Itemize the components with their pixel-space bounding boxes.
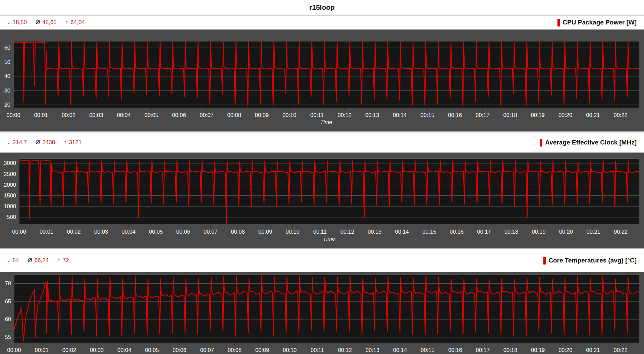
stat-avg-value: 2438: [42, 139, 55, 146]
svg-text:00:20: 00:20: [558, 347, 572, 353]
min-arrow-icon: ↓: [7, 257, 10, 264]
svg-text:60: 60: [4, 45, 10, 51]
svg-text:00:09: 00:09: [255, 347, 269, 353]
svg-text:00:13: 00:13: [365, 112, 379, 118]
svg-text:00:04: 00:04: [117, 112, 130, 118]
svg-text:00:04: 00:04: [117, 347, 131, 353]
stat-min: ↓18,50: [7, 19, 27, 26]
avg-phi-icon: Ø: [28, 257, 32, 264]
stat-avg: Ø2438: [36, 139, 55, 146]
stat-avg: Ø45,65: [36, 19, 57, 26]
svg-text:Time: Time: [323, 236, 335, 242]
svg-text:70: 70: [5, 280, 11, 286]
chart-legend-power: CPU Package Power [W]: [557, 19, 637, 26]
chart-legend-clock: Average Effective Clock [MHz]: [540, 139, 637, 146]
svg-text:00:19: 00:19: [531, 347, 545, 353]
chart-band-temp: 5560657000:0000:0100:0200:0300:0400:0500…: [0, 272, 644, 354]
stat-min-value: 18,50: [13, 19, 27, 26]
stat-max-value: 72: [63, 257, 69, 264]
legend-color-bar: [543, 257, 546, 264]
legend-color-bar: [557, 19, 560, 26]
stat-max: ↑72: [57, 257, 69, 264]
svg-text:00:01: 00:01: [34, 112, 48, 118]
min-arrow-icon: ↓: [7, 139, 10, 146]
svg-text:00:08: 00:08: [231, 229, 245, 235]
svg-text:60: 60: [5, 316, 11, 322]
svg-text:00:13: 00:13: [368, 229, 381, 235]
svg-text:00:12: 00:12: [338, 112, 352, 118]
svg-text:00:07: 00:07: [200, 347, 214, 353]
svg-text:3000: 3000: [4, 160, 16, 166]
stat-min: ↓54: [7, 257, 19, 264]
svg-text:00:03: 00:03: [89, 112, 103, 118]
svg-text:00:00: 00:00: [7, 347, 21, 353]
svg-text:00:18: 00:18: [503, 112, 517, 118]
svg-text:2000: 2000: [4, 182, 16, 188]
svg-text:00:17: 00:17: [476, 112, 489, 118]
stat-max-value: 3121: [69, 139, 82, 146]
stat-avg: Ø66,24: [28, 257, 49, 264]
legend-label: Core Temperatures (avg) [°C]: [548, 257, 637, 264]
svg-text:20: 20: [4, 102, 10, 108]
chart-canvas-power[interactable]: 203040506000:0000:0100:0200:0300:0400:05…: [0, 30, 644, 131]
svg-text:00:05: 00:05: [149, 229, 163, 235]
chart-canvas-temp[interactable]: 5560657000:0000:0100:0200:0300:0400:0500…: [0, 272, 644, 354]
svg-text:00:07: 00:07: [200, 112, 213, 118]
svg-text:00:22: 00:22: [614, 229, 628, 235]
max-arrow-icon: ↑: [65, 19, 68, 26]
chart-header-power: ↓18,50 Ø45,65 ↑64,04 CPU Package Power […: [0, 15, 644, 30]
stat-min-value: 214,7: [13, 139, 27, 146]
svg-text:00:17: 00:17: [477, 229, 491, 235]
svg-text:00:16: 00:16: [448, 347, 462, 353]
svg-text:00:19: 00:19: [532, 229, 545, 235]
chart-header-temp: ↓54 Ø66,24 ↑72 Core Temperatures (avg) […: [0, 249, 644, 272]
chart-stats-clock: ↓214,7 Ø2438 ↑3121: [7, 139, 82, 146]
chart-stats-temp: ↓54 Ø66,24 ↑72: [7, 257, 69, 264]
avg-phi-icon: Ø: [36, 19, 40, 26]
svg-text:00:22: 00:22: [614, 347, 628, 353]
svg-text:00:11: 00:11: [310, 112, 324, 118]
svg-text:00:16: 00:16: [450, 229, 464, 235]
legend-color-bar: [540, 139, 542, 146]
svg-text:00:00: 00:00: [12, 229, 26, 235]
svg-text:00:08: 00:08: [227, 112, 241, 118]
svg-text:55: 55: [5, 334, 11, 340]
stat-max: ↑3121: [64, 139, 82, 146]
chart-canvas-clock[interactable]: 5001000150020002500300000:0000:0100:0200…: [0, 153, 644, 248]
svg-text:00:13: 00:13: [366, 347, 379, 353]
svg-text:00:01: 00:01: [40, 229, 53, 235]
svg-text:00:00: 00:00: [6, 112, 20, 118]
svg-text:2500: 2500: [4, 171, 16, 177]
svg-text:00:02: 00:02: [67, 229, 80, 235]
legend-label: Average Effective Clock [MHz]: [545, 139, 637, 146]
stat-max: ↑64,04: [65, 19, 85, 26]
legend-label: CPU Package Power [W]: [562, 19, 637, 26]
svg-text:00:09: 00:09: [258, 229, 272, 235]
svg-text:00:01: 00:01: [35, 347, 49, 353]
svg-text:00:06: 00:06: [176, 229, 190, 235]
chart-band-power: 203040506000:0000:0100:0200:0300:0400:05…: [0, 30, 644, 132]
stat-max-value: 64,04: [70, 19, 85, 26]
chart-stats-power: ↓18,50 Ø45,65 ↑64,04: [7, 19, 85, 26]
stat-avg-value: 45,65: [42, 19, 57, 26]
svg-text:00:12: 00:12: [338, 347, 352, 353]
window-title-bar: r15loop: [0, 0, 644, 15]
svg-text:30: 30: [4, 87, 10, 94]
svg-text:00:19: 00:19: [531, 112, 545, 118]
svg-text:00:12: 00:12: [340, 229, 354, 235]
svg-text:00:21: 00:21: [586, 347, 600, 353]
svg-text:00:22: 00:22: [613, 112, 627, 118]
svg-text:00:15: 00:15: [422, 229, 436, 235]
svg-text:00:21: 00:21: [586, 112, 600, 118]
svg-text:50: 50: [4, 59, 10, 65]
svg-text:00:15: 00:15: [421, 112, 434, 118]
svg-text:00:20: 00:20: [559, 229, 573, 235]
svg-text:00:11: 00:11: [313, 229, 327, 235]
svg-text:500: 500: [7, 214, 16, 220]
svg-text:00:14: 00:14: [393, 347, 407, 353]
chart-legend-temp: Core Temperatures (avg) [°C]: [543, 257, 637, 264]
chart-band-clock: 5001000150020002500300000:0000:0100:0200…: [0, 153, 644, 249]
svg-text:Time: Time: [320, 119, 332, 125]
svg-text:00:02: 00:02: [62, 112, 75, 118]
svg-text:00:17: 00:17: [476, 347, 490, 353]
